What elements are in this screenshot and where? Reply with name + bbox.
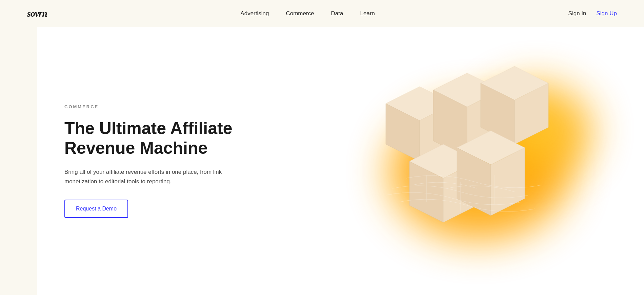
isometric-blocks-svg xyxy=(359,59,596,263)
logo[interactable]: sovrn xyxy=(27,8,47,19)
nav-links: Advertising Commerce Data Learn xyxy=(240,10,375,17)
main-content: COMMERCE The Ultimate Affiliate Revenue … xyxy=(37,27,644,295)
auth-links: Sign In Sign Up xyxy=(568,10,617,17)
signin-link[interactable]: Sign In xyxy=(568,10,586,17)
hero-illustration xyxy=(310,27,644,295)
nav-link-advertising[interactable]: Advertising xyxy=(240,10,269,17)
hero-description: Bring all of your affiliate revenue effo… xyxy=(64,167,227,186)
block-5 xyxy=(457,131,525,216)
nav-link-commerce[interactable]: Commerce xyxy=(286,10,314,17)
request-demo-button[interactable]: Request a Demo xyxy=(64,200,128,218)
navbar: sovrn Advertising Commerce Data Learn Si… xyxy=(0,0,644,27)
hero-title: The Ultimate Affiliate Revenue Machine xyxy=(64,119,241,158)
illustration-container xyxy=(359,59,596,263)
signup-link[interactable]: Sign Up xyxy=(597,10,617,17)
category-label: COMMERCE xyxy=(64,104,283,109)
hero-left-panel: COMMERCE The Ultimate Affiliate Revenue … xyxy=(37,27,310,295)
nav-link-data[interactable]: Data xyxy=(331,10,343,17)
nav-link-learn[interactable]: Learn xyxy=(360,10,375,17)
